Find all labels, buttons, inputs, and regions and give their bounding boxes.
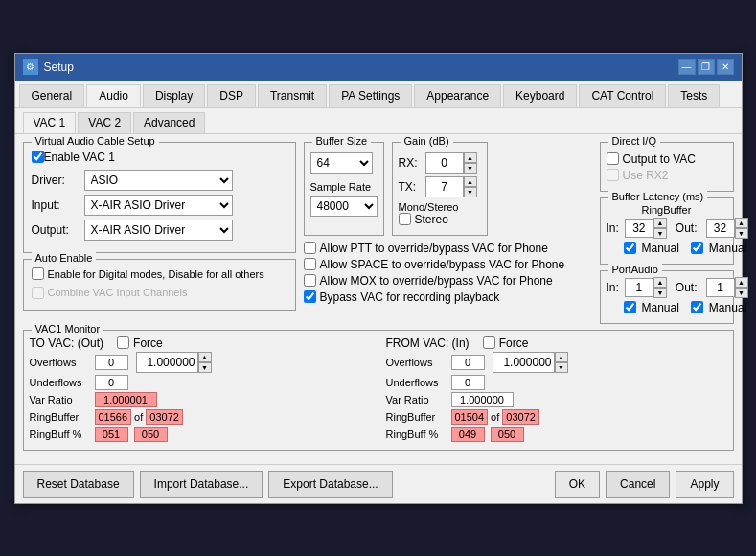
auto-enable-title: Auto Enable	[32, 252, 97, 264]
port-audio-out-manual-label: Manual	[709, 301, 746, 314]
buf-lat-out-down[interactable]: ▼	[735, 228, 748, 239]
tx-spin-up[interactable]: ▲	[464, 176, 477, 187]
sub-tab-advanced[interactable]: Advanced	[133, 112, 205, 133]
bottom-left-buttons: Reset Database Import Database... Export…	[23, 471, 393, 498]
tab-dsp[interactable]: DSP	[207, 84, 256, 107]
stereo-checkbox[interactable]	[399, 213, 411, 225]
output-vac-label: Output to VAC	[623, 152, 696, 166]
tx-input[interactable]: 7	[425, 176, 464, 197]
auto-enable-checkbox[interactable]	[32, 267, 44, 280]
cancel-button[interactable]: Cancel	[606, 471, 670, 498]
apply-button[interactable]: Apply	[676, 471, 733, 498]
buffer-size-select[interactable]: 64	[310, 152, 373, 174]
sample-rate-select[interactable]: 48000	[310, 196, 378, 217]
tx-spin-down[interactable]: ▼	[464, 187, 477, 197]
from-vac-ratio-down[interactable]: ▼	[555, 362, 568, 373]
buffer-size-title: Buffer Size	[312, 135, 372, 147]
combine-vac-checkbox	[32, 287, 44, 299]
port-audio-manual-row: Manual Manual	[607, 301, 727, 314]
to-vac-ratio-spinner: ▲ ▼	[136, 352, 212, 373]
buf-lat-out-label: Out:	[676, 221, 698, 235]
to-vac-overflows-row: Overflows 0 ▲ ▼	[30, 352, 371, 373]
tab-keyboard[interactable]: Keyboard	[503, 84, 577, 107]
rx-spin-down[interactable]: ▼	[464, 163, 477, 174]
buf-lat-in-manual-checkbox[interactable]	[624, 242, 636, 254]
from-vac-ratio-input[interactable]	[493, 352, 555, 373]
tab-tests[interactable]: Tests	[668, 84, 720, 107]
buf-lat-in-label: In:	[607, 221, 619, 235]
enable-vac1-label: Enable VAC 1	[44, 151, 116, 164]
minimize-button[interactable]: —	[678, 59, 696, 75]
tab-general[interactable]: General	[19, 84, 85, 107]
tx-spinner: 7 ▲ ▼	[425, 176, 477, 197]
port-audio-out-spinner: ▲ ▼	[706, 277, 748, 298]
buffer-size-row: 64	[310, 152, 378, 174]
from-vac-col: FROM VAC: (In) Force Overflows 0 ▲ ▼	[386, 336, 727, 444]
export-db-button[interactable]: Export Database...	[268, 471, 392, 498]
port-audio-out-down[interactable]: ▼	[735, 288, 748, 298]
rx-spinner: 0 ▲ ▼	[425, 152, 477, 174]
import-db-button[interactable]: Import Database...	[140, 471, 263, 498]
to-vac-force-checkbox[interactable]	[117, 336, 129, 349]
tab-transmit[interactable]: Transmit	[258, 84, 327, 107]
from-vac-force-label: Force	[499, 336, 529, 350]
buf-lat-out-manual-checkbox[interactable]	[691, 242, 703, 254]
rx-spin-up[interactable]: ▲	[464, 152, 477, 163]
title-bar: ⚙ Setup — ❐ ✕	[15, 54, 742, 81]
allow-space-checkbox[interactable]	[304, 258, 316, 270]
to-vac-ringbuf-row: RingBuffer 01566 of 03072	[30, 409, 371, 425]
restore-button[interactable]: ❐	[698, 59, 715, 75]
tab-appearance[interactable]: Appearance	[414, 84, 501, 107]
enable-vac1-checkbox[interactable]	[32, 151, 44, 163]
from-vac-force-checkbox[interactable]	[483, 336, 495, 349]
output-select[interactable]: X-AIR ASIO Driver	[84, 220, 233, 241]
output-vac-checkbox[interactable]	[607, 152, 619, 165]
port-audio-out-up[interactable]: ▲	[735, 277, 748, 288]
port-audio-in-up[interactable]: ▲	[653, 277, 667, 288]
port-audio-out-input[interactable]	[706, 278, 735, 297]
ring-buffer-title: RingBuffer	[607, 204, 727, 216]
to-vac-ratio-down[interactable]: ▼	[198, 362, 212, 373]
reset-db-button[interactable]: Reset Database	[23, 471, 134, 498]
bypass-vac-checkbox[interactable]	[304, 290, 316, 303]
buf-lat-out-input[interactable]	[706, 219, 735, 238]
rx-input[interactable]: 0	[425, 152, 464, 174]
port-audio-in-manual-checkbox[interactable]	[624, 301, 636, 313]
tab-audio[interactable]: Audio	[86, 84, 141, 107]
to-vac-ringpct-row: RingBuff % 051 050	[30, 427, 371, 442]
to-vac-ratio-up[interactable]: ▲	[198, 352, 212, 362]
buf-lat-out-up[interactable]: ▲	[735, 218, 748, 228]
mono-stereo-group: Mono/Stereo Stereo	[399, 201, 481, 226]
tab-cat-control[interactable]: CAT Control	[579, 84, 666, 107]
tab-display[interactable]: Display	[143, 84, 205, 107]
allow-ptt-checkbox[interactable]	[304, 242, 316, 254]
from-vac-ratio-row: Var Ratio 1.000000	[386, 392, 727, 407]
sub-tab-vac2[interactable]: VAC 2	[78, 112, 131, 133]
buf-lat-in-input[interactable]	[625, 219, 653, 238]
input-row: Input: X-AIR ASIO Driver	[32, 195, 287, 216]
buf-lat-in-up[interactable]: ▲	[653, 218, 667, 228]
port-audio-in-input[interactable]	[625, 278, 653, 297]
port-audio-out-manual-checkbox[interactable]	[691, 301, 703, 313]
buf-lat-in-down[interactable]: ▼	[653, 228, 667, 239]
tx-row: TX: 7 ▲ ▼	[399, 176, 481, 197]
window-controls: — ❐ ✕	[678, 59, 734, 75]
sample-rate-title: Sample Rate	[310, 181, 378, 193]
close-button[interactable]: ✕	[717, 59, 734, 75]
driver-select[interactable]: ASIO	[84, 170, 233, 191]
tab-pa-settings[interactable]: PA Settings	[329, 84, 412, 107]
allow-mox-checkbox[interactable]	[304, 274, 316, 287]
from-vac-ratio-up[interactable]: ▲	[555, 352, 568, 362]
input-select[interactable]: X-AIR ASIO Driver	[84, 195, 233, 216]
buffer-latency-group: Buffer Latency (ms) RingBuffer In: ▲ ▼ O…	[600, 197, 734, 265]
port-audio-in-manual-label: Manual	[642, 301, 679, 314]
port-audio-in-down[interactable]: ▼	[653, 288, 667, 298]
monitor-section: VAC1 Monitor TO VAC: (Out) Force Overflo…	[23, 330, 734, 451]
bottom-bar: Reset Database Import Database... Export…	[15, 464, 742, 503]
buf-lat-out-spinner: ▲ ▼	[706, 218, 748, 239]
to-vac-ratio-input[interactable]	[136, 352, 198, 373]
sub-tab-vac1[interactable]: VAC 1	[23, 112, 77, 133]
ok-button[interactable]: OK	[555, 471, 600, 498]
allow-ptt-label: Allow PTT to override/bypass VAC for Pho…	[320, 242, 548, 255]
buf-lat-manual-row: Manual Manual	[607, 242, 727, 255]
